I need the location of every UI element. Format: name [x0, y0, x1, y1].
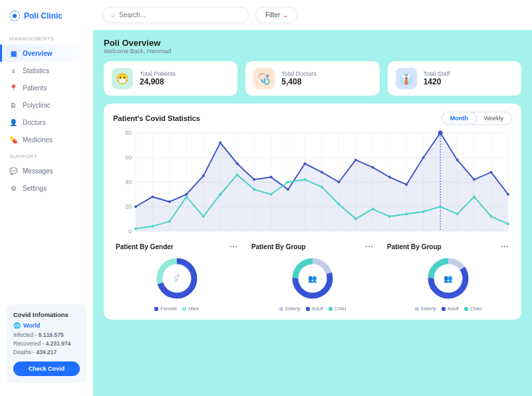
toggle-month[interactable]: Month — [442, 112, 476, 124]
legend-item: Elderly — [415, 306, 436, 312]
more-icon[interactable]: ⋯ — [501, 242, 509, 251]
svg-text:60: 60 — [125, 154, 132, 161]
more-icon[interactable]: ⋯ — [229, 242, 238, 251]
page-header: Poli Overview Welcome Back, Hammad — [104, 38, 521, 54]
donut-legend: ElderlyAdultChild — [384, 306, 512, 312]
stat-card[interactable]: 😷Total Patients24,908 — [104, 61, 237, 96]
brand-logo[interactable]: Poli Clinic — [0, 8, 93, 31]
svg-text:80: 80 — [125, 130, 132, 136]
more-icon[interactable]: ⋯ — [365, 242, 374, 251]
search-icon: ⌕ — [111, 11, 115, 19]
svg-point-70 — [337, 203, 340, 205]
sidebar-item-polyclinic[interactable]: 🗎Polyclinic — [0, 96, 93, 114]
logo-icon — [9, 11, 20, 21]
sidebar-item-overview[interactable]: ▦Overview — [0, 45, 93, 62]
svg-point-78 — [473, 195, 475, 198]
search-box[interactable]: ⌕ — [102, 7, 249, 23]
svg-point-63 — [219, 193, 221, 196]
legend-item: Female — [154, 306, 177, 312]
svg-point-49 — [371, 166, 374, 169]
page-title: Poli Overview — [104, 38, 521, 48]
covid-recovered: Recovered - 4.231.974 — [13, 340, 80, 347]
donut-card: Patient By Group ⋯ 👥 ElderlyAdultChild — [384, 242, 512, 312]
sidebar-item-settings[interactable]: ⚙Settings — [0, 179, 93, 197]
stat-card[interactable]: 🩺Total Doctors5,408 — [245, 61, 379, 96]
donut-card: Patient By Gender ⋯ ⚥ FemaleMale — [113, 242, 241, 312]
svg-point-74 — [405, 213, 408, 215]
svg-point-44 — [287, 188, 289, 191]
legend-item: Male — [182, 306, 199, 312]
stat-value: 24,908 — [140, 77, 176, 86]
filter-button[interactable]: Filter ⌄ — [255, 7, 298, 23]
donut-title: Patient By Gender — [116, 243, 174, 250]
svg-point-72 — [371, 208, 374, 211]
sidebar-item-label: Settings — [23, 185, 47, 192]
grid-icon: ▦ — [9, 49, 17, 57]
sidebar-item-label: Doctors — [23, 119, 45, 126]
legend-item: Adult — [442, 306, 459, 312]
sidebar-item-patients[interactable]: 📍Patients — [0, 79, 93, 96]
sidebar-item-label: Medicines — [23, 136, 53, 144]
sidebar-item-statistics[interactable]: ⫾Statistics — [0, 62, 93, 79]
svg-text:👥: 👥 — [444, 274, 453, 283]
check-covid-button[interactable]: Check Covid — [13, 361, 80, 376]
svg-point-61 — [185, 195, 188, 198]
svg-point-79 — [490, 215, 493, 218]
nav-sections: MANAGEMENTS▦Overview⫾Statistics📍Patients… — [0, 31, 93, 197]
svg-point-36 — [151, 195, 154, 198]
svg-point-39 — [202, 175, 205, 177]
svg-point-38 — [185, 193, 188, 196]
toggle-weekly[interactable]: Weekly — [476, 112, 511, 124]
svg-point-66 — [270, 193, 273, 196]
svg-text:0: 0 — [128, 228, 132, 235]
svg-point-47 — [337, 181, 340, 183]
donuts-row: Patient By Gender ⋯ ⚥ FemaleMale Patient… — [113, 242, 512, 312]
stat-card[interactable]: 👔Total Staff1420 — [388, 61, 521, 96]
chat-icon: 💬 — [9, 167, 17, 175]
search-input[interactable] — [119, 11, 240, 19]
svg-point-42 — [253, 178, 255, 181]
svg-text:20: 20 — [125, 203, 132, 210]
bars-icon: ⫾ — [9, 66, 17, 74]
svg-point-55 — [473, 178, 475, 181]
stat-label: Total Staff — [424, 70, 450, 77]
sidebar-item-label: Patients — [23, 84, 47, 92]
svg-point-67 — [287, 181, 289, 183]
mask-icon: 😷 — [112, 68, 133, 89]
main-content: ⌕ Filter ⌄ Poli Overview Welcome Back, H… — [93, 0, 532, 396]
stat-label: Total Doctors — [281, 70, 317, 77]
svg-text:👥: 👥 — [308, 274, 317, 283]
sidebar-item-medicines[interactable]: 💊Medicines — [0, 131, 93, 148]
svg-point-65 — [253, 188, 255, 191]
sidebar-item-messages[interactable]: 💬Messages — [0, 162, 93, 179]
covid-deaths: Deaths - 439.217 — [13, 349, 80, 355]
svg-point-56 — [490, 171, 493, 173]
chart-title: Patient's Covid Statistics — [113, 114, 200, 122]
sidebar: Poli Clinic MANAGEMENTS▦Overview⫾Statist… — [0, 0, 93, 396]
legend-item: Child — [464, 306, 481, 312]
svg-point-45 — [304, 162, 307, 165]
pin-icon: 📍 — [9, 84, 17, 92]
donut-title: Patient By Group — [387, 243, 442, 250]
svg-point-68 — [304, 178, 307, 181]
svg-point-58 — [134, 227, 137, 230]
svg-point-62 — [202, 215, 205, 218]
pill-icon: 💊 — [9, 136, 17, 144]
topbar: ⌕ Filter ⌄ — [93, 0, 532, 30]
chart-range-toggle[interactable]: MonthWeekly — [442, 112, 512, 125]
svg-point-37 — [168, 201, 171, 203]
svg-point-77 — [456, 213, 459, 215]
svg-point-50 — [388, 176, 391, 179]
covid-scope[interactable]: 🌐 World — [13, 322, 80, 329]
svg-point-54 — [456, 159, 459, 161]
svg-point-75 — [422, 210, 425, 213]
sidebar-item-label: Overview — [23, 50, 52, 57]
page-subtitle: Welcome Back, Hammad — [104, 48, 521, 54]
svg-point-35 — [134, 205, 137, 208]
staff-icon: 👔 — [396, 68, 417, 89]
legend-item: Child — [329, 306, 346, 312]
sidebar-item-doctors[interactable]: 👤Doctors — [0, 114, 93, 131]
donut-title: Patient By Group — [251, 243, 306, 250]
chevron-down-icon: ⌄ — [283, 11, 288, 19]
svg-point-48 — [354, 159, 357, 161]
